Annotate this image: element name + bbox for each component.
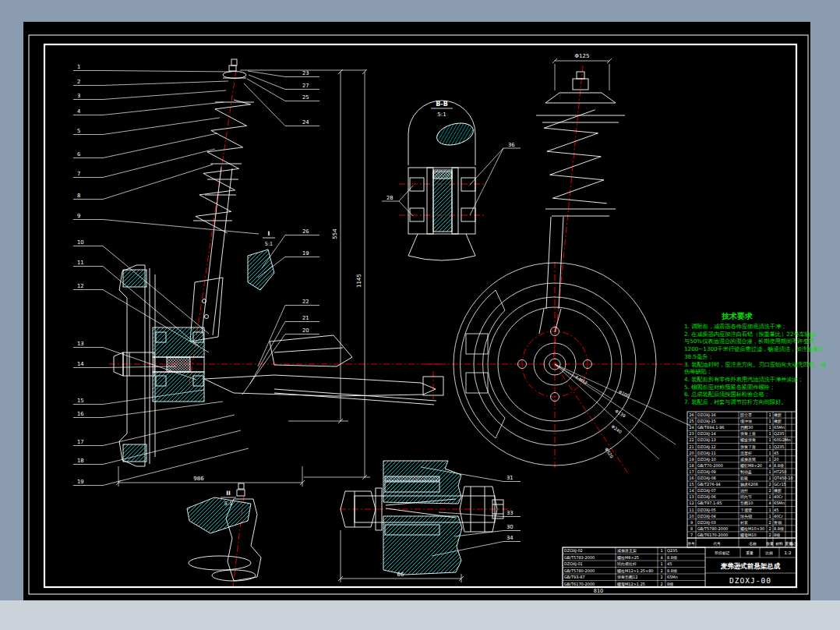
- bom-qty: 1: [768, 514, 771, 519]
- bom-name: 弹簧下座: [740, 444, 756, 450]
- bom-material: Q235: [774, 431, 784, 436]
- balloon-label: 22: [302, 299, 309, 305]
- dim-66: 66: [397, 572, 404, 578]
- bom-material: 20: [774, 457, 778, 462]
- bom-qty: 1: [768, 494, 771, 499]
- bom-header-note: 备注: [790, 541, 798, 547]
- bom-ext-name: 转向横拉杆: [617, 561, 637, 566]
- bom-material: 8级: [774, 533, 780, 537]
- balloon-label: 11: [77, 260, 84, 266]
- notes-title: 技术要求: [721, 312, 753, 320]
- bom-qty: 1: [768, 508, 771, 512]
- bom-seq: 20: [689, 451, 694, 455]
- balloon-label: 9: [77, 213, 80, 219]
- balloon-label: 13: [77, 341, 84, 347]
- bom-name: 挡圈30: [740, 425, 753, 430]
- bom-code: DZOXJ-13: [697, 437, 716, 442]
- bom-ext-qty: 1: [660, 548, 662, 553]
- bom-code: GB/T6170-2000: [697, 533, 728, 537]
- balloon-36: 36: [508, 142, 515, 148]
- bom-code: DZOXJ-05: [697, 508, 716, 512]
- balloon-label: 25: [302, 94, 309, 101]
- bom-ext-name: 弹簧垫圈12: [617, 575, 637, 580]
- balloon-label: 16: [77, 411, 84, 417]
- bom-qty: 1: [768, 444, 771, 449]
- balloon-label: 30: [506, 524, 514, 530]
- bom-seq: 10: [689, 514, 694, 519]
- bom-material: 橡胶: [774, 412, 782, 418]
- bom-material: 60Si2Mn: [774, 437, 791, 442]
- bom-material: 8.8级: [774, 526, 784, 531]
- bom-code: DZOXJ-03: [697, 520, 716, 525]
- bom-ext-material: Q235: [667, 548, 677, 553]
- bom-code: DZOXJ-15: [697, 419, 716, 423]
- bom-seq: 12: [689, 501, 694, 505]
- bom-ext-code: DZOXJ-01: [564, 561, 583, 566]
- bom-header-qty: 数量: [766, 542, 774, 546]
- bom-name: 螺旋弹簧: [740, 437, 756, 443]
- bom-seq: 19: [689, 457, 694, 462]
- bom-ext-material: 45: [667, 561, 672, 566]
- note-line: 4. 装配前所有零件外表用汽油清洗干净并涂油；: [684, 376, 803, 383]
- note-line: 38.5毫升；: [684, 353, 714, 360]
- bom-ext-name: 螺栓M8×25: [617, 555, 639, 561]
- bom-code: DZOXJ-14: [697, 431, 716, 436]
- dim-554: 554: [332, 228, 338, 239]
- bom-seq: 8: [690, 526, 693, 531]
- balloon-label: 15: [77, 398, 84, 404]
- bom-seq: 23: [689, 431, 694, 436]
- balloon-label: 6: [77, 151, 80, 158]
- bom-material: 青铜: [774, 520, 782, 525]
- bom-ext-code: GB/T5780-2000: [564, 568, 595, 573]
- bom-ext-code: DZOXJ-02: [564, 548, 583, 553]
- bom-qty: 4: [768, 463, 771, 468]
- bom-name: 转向节: [740, 494, 752, 499]
- bom-qty: 1: [768, 457, 771, 462]
- bom-code: GB/T894.1-86: [697, 425, 725, 430]
- bom-name: 螺母M10: [740, 533, 757, 537]
- bom-material: 65Mn: [774, 501, 785, 505]
- bom-name: 垫圈10: [740, 501, 753, 505]
- bom-qty: 1: [768, 419, 771, 423]
- detail-i-label: I: [268, 230, 270, 237]
- bom-seq: 26: [689, 412, 694, 417]
- bom-material: HT250: [774, 469, 786, 474]
- bom-material: QT450-10: [774, 476, 793, 480]
- bom-ext-name: 螺栓M12×1.25×80: [617, 568, 654, 574]
- dim-986: 986: [193, 476, 204, 482]
- bom-seq: 13: [689, 494, 694, 499]
- bom-code: DZOXJ-16: [697, 412, 716, 417]
- bom-seq: 7: [690, 533, 693, 537]
- bom-seq: 17: [689, 469, 694, 474]
- balloon-label: 2: [77, 79, 80, 85]
- bom-material: 40Cr: [774, 494, 784, 499]
- bom-code: DZOXJ-06: [697, 494, 716, 499]
- bom-ext-code: GB/T5783-2000: [564, 555, 595, 560]
- bom-code: GB/T5780-2000: [697, 526, 728, 531]
- balloon-label: 12: [77, 283, 84, 289]
- bom-material: Q235: [774, 444, 784, 449]
- bom-material: 65Mn: [774, 425, 785, 430]
- balloon-label: 26: [302, 228, 309, 235]
- bom-header-code: 代号: [713, 542, 721, 546]
- note-line: 与50%仪表油混合的混合液，长期使用期间不许变质，: [683, 338, 820, 345]
- bom-ext-material: 8级: [667, 582, 673, 586]
- bom-name: 球头销: [739, 514, 752, 519]
- bom-code: DZOXJ-04: [697, 514, 716, 519]
- bom-material: GCr15: [774, 482, 786, 487]
- bom-qty: 2: [768, 526, 771, 531]
- bom-qty: 1: [768, 476, 771, 480]
- bom-seq: 9: [690, 520, 693, 525]
- bom-name: 轮毂: [740, 476, 748, 481]
- balloon-label: 23: [302, 70, 309, 76]
- bom-qty: 1: [768, 425, 771, 430]
- bom-qty: 4: [768, 501, 771, 505]
- bom-code: DZOXJ-07: [697, 488, 716, 493]
- titleblock-drawing-number: DZOXJ-00: [729, 576, 771, 585]
- balloon-label: 21: [302, 315, 309, 321]
- detail-i-scale: 5:1: [265, 241, 273, 247]
- bom-qty: 1: [768, 437, 771, 442]
- detail-ii-scale: 5:1: [224, 501, 232, 507]
- note-line: 2. 在减振器内应加注白石蜡（按重量比）22号车轴油: [684, 331, 816, 338]
- bom-seq: 22: [689, 437, 694, 442]
